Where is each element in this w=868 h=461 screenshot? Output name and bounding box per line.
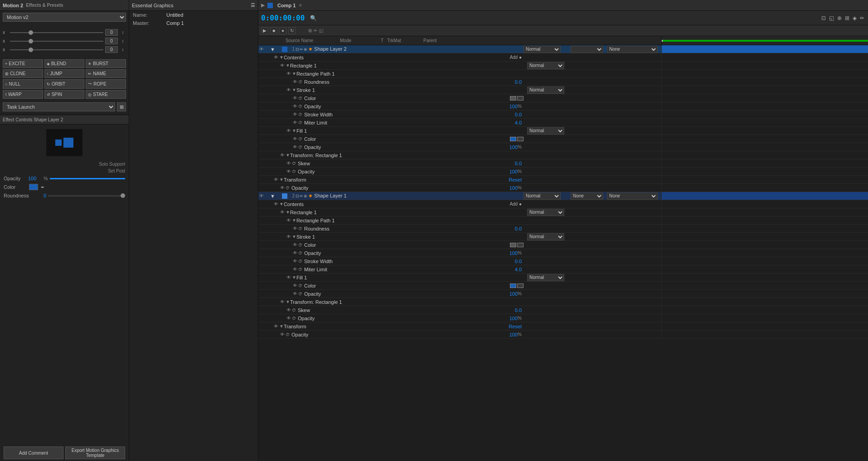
color-swatch[interactable] xyxy=(29,184,38,190)
fill-opacity-2-vis[interactable]: 👁 xyxy=(292,291,298,296)
layer-2-parent-dropdown[interactable]: None xyxy=(607,192,658,200)
miter-limit-1-value[interactable]: 4.0 xyxy=(515,120,522,125)
name-button[interactable]: ✏ NAME xyxy=(86,69,126,78)
slider-2-thumb[interactable] xyxy=(29,39,33,43)
layer-1-parent-dropdown[interactable]: None xyxy=(607,46,658,53)
roundness-2-value[interactable]: 0.0 xyxy=(515,226,522,231)
fill1-1-expand[interactable]: ▼ xyxy=(292,128,296,133)
rect1-2-expand[interactable]: ▼ xyxy=(286,210,290,215)
main-opacity-2-stopwatch[interactable]: ⏱ xyxy=(286,332,290,337)
tl-play-btn[interactable]: ▶ xyxy=(261,27,268,34)
jump-button[interactable]: ↑ JUMP xyxy=(44,69,85,78)
stroke-opacity-2-value[interactable]: 100 xyxy=(509,250,518,256)
task-icon-button[interactable]: ⊞ xyxy=(117,102,126,111)
transform-rect-opacity-2-row[interactable]: 👁 ⏱ Opacity 100 % xyxy=(258,314,868,322)
miter-limit-2-value[interactable]: 4.0 xyxy=(515,267,522,272)
stroke-width-1-row[interactable]: 👁 ⏱ Stroke Width 0.0 xyxy=(258,110,868,119)
contents-2-vis[interactable]: 👁 xyxy=(273,202,279,206)
skew-1-stopwatch[interactable]: ⏱ xyxy=(292,161,296,166)
transform-rect-opacity-1-stopwatch[interactable]: ⏱ xyxy=(292,169,296,174)
stroke-opacity-1-vis[interactable]: 👁 xyxy=(292,104,298,109)
transform-rect-opacity-1-value[interactable]: 100 xyxy=(509,169,518,174)
fill-opacity-2-stopwatch[interactable]: ⏱ xyxy=(298,292,302,296)
rectpath1-2-expand[interactable]: ▼ xyxy=(292,218,296,223)
tool-btn-1[interactable]: ⊡ xyxy=(820,14,827,22)
tool-btn-2[interactable]: ◱ xyxy=(828,14,835,22)
contents-2-row[interactable]: 👁 ▼ Contents Add ● xyxy=(258,200,868,208)
tl-icons-3[interactable]: ◱ xyxy=(319,28,323,33)
stroke1-1-vis[interactable]: 👁 xyxy=(286,87,292,92)
slider-1-thumb[interactable] xyxy=(29,30,33,35)
fill1-2-expand[interactable]: ▼ xyxy=(292,275,296,280)
roundness-2-vis[interactable]: 👁 xyxy=(292,226,298,231)
stroke-color-1-link[interactable] xyxy=(517,96,524,101)
stroke-color-1-row[interactable]: 👁 ⏱ Color xyxy=(258,94,868,102)
transform-rect-opacity-2-stopwatch[interactable]: ⏱ xyxy=(292,316,296,321)
transform-rect-opacity-2-value[interactable]: 100 xyxy=(509,316,518,321)
layer-1-icon-3[interactable]: ⊕ xyxy=(304,47,307,52)
fill-color-1-stopwatch[interactable]: ⏱ xyxy=(298,137,302,141)
tl-stop-btn[interactable]: ■ xyxy=(270,27,277,34)
tool-btn-3[interactable]: ⊕ xyxy=(836,14,843,22)
layer-2-row[interactable]: 👁 ▼ 2 ⊡ ✏ ⊕ ★ Shape Layer 1 xyxy=(258,192,868,200)
tool-btn-6[interactable]: ✏ xyxy=(859,14,865,22)
stroke-color-1-swatch[interactable] xyxy=(510,96,516,101)
tl-record-btn[interactable]: ● xyxy=(279,27,286,34)
stroke1-2-row[interactable]: 👁 ▼ Stroke 1 Normal xyxy=(258,233,868,241)
stroke-color-2-swatch[interactable] xyxy=(510,243,516,247)
tl-loop-btn[interactable]: ↻ xyxy=(288,27,296,34)
main-opacity-2-vis[interactable]: 👁 xyxy=(279,332,286,337)
main-opacity-1-value[interactable]: 100 xyxy=(509,185,518,191)
fill1-2-vis[interactable]: 👁 xyxy=(286,275,292,280)
stroke-width-2-row[interactable]: 👁 ⏱ Stroke Width 0.0 xyxy=(258,257,868,265)
roundness-2-stopwatch[interactable]: ⏱ xyxy=(298,226,302,231)
rectpath1-1-expand[interactable]: ▼ xyxy=(292,71,296,76)
layer-2-icon-vis[interactable]: ⊡ xyxy=(296,194,299,198)
main-opacity-2-value[interactable]: 100 xyxy=(509,332,518,337)
rope-button[interactable]: 〜 ROPE xyxy=(86,79,126,89)
slider-3-thumb[interactable] xyxy=(29,48,33,52)
roundness-1-row[interactable]: 👁 ⏱ Roundness 0.0 xyxy=(258,78,868,86)
roundness-value[interactable]: 0 xyxy=(37,193,46,198)
tool-btn-4[interactable]: ⊞ xyxy=(844,14,850,22)
task-launch-dropdown[interactable]: Task Launch xyxy=(3,102,115,111)
stroke-width-2-stopwatch[interactable]: ⏱ xyxy=(298,259,302,264)
orbit-button[interactable]: ↻ ORBIT xyxy=(44,79,85,89)
roundness-1-vis[interactable]: 👁 xyxy=(292,79,298,84)
transform-rect-2-expand[interactable]: ▼ xyxy=(286,299,290,304)
rect1-1-expand[interactable]: ▼ xyxy=(286,63,290,68)
transform-rect-opacity-1-row[interactable]: 👁 ⏱ Opacity 100 % xyxy=(258,168,868,176)
blend-button[interactable]: ◈ BLEND xyxy=(44,59,85,68)
rect1-2-vis[interactable]: 👁 xyxy=(279,210,286,215)
rectpath1-1-row[interactable]: 👁 ▼ Rectangle Path 1 xyxy=(258,70,868,78)
contents-2-expand[interactable]: ▼ xyxy=(279,202,284,206)
layer-2-icon-2[interactable]: ✏ xyxy=(300,194,303,198)
fill-opacity-1-row[interactable]: 👁 ⏱ Opacity 100 % xyxy=(258,143,868,151)
roundness-slider[interactable] xyxy=(48,195,125,197)
fill-color-2-row[interactable]: 👁 ⏱ Color xyxy=(258,282,868,290)
roundness-1-stopwatch[interactable]: ⏱ xyxy=(298,80,302,84)
export-motion-graphics-button[interactable]: Export Motion Graphics Template xyxy=(65,447,125,459)
rectpath1-2-row[interactable]: 👁 ▼ Rectangle Path 1 xyxy=(258,216,868,225)
fill-opacity-2-value[interactable]: 100 xyxy=(509,291,518,297)
transform-rect-1-row[interactable]: 👁 ▼ Transform: Rectangle 1 xyxy=(258,151,868,159)
transform-rect-1-expand[interactable]: ▼ xyxy=(286,153,290,158)
stroke-color-2-stopwatch[interactable]: ⏱ xyxy=(298,243,302,247)
skew-2-row[interactable]: 👁 ⏱ Skew 0.0 xyxy=(258,306,868,314)
stroke-opacity-2-row[interactable]: 👁 ⏱ Opacity 100 % xyxy=(258,249,868,257)
transform-rect-opacity-2-vis[interactable]: 👁 xyxy=(286,316,292,321)
slider-1-track[interactable] xyxy=(10,32,103,33)
stroke1-2-expand[interactable]: ▼ xyxy=(292,234,296,239)
main-opacity-1-vis[interactable]: 👁 xyxy=(279,185,286,190)
fill-opacity-2-row[interactable]: 👁 ⏱ Opacity 100 % xyxy=(258,290,868,298)
fill-opacity-1-value[interactable]: 100 xyxy=(509,144,518,150)
stroke-color-1-stopwatch[interactable]: ⏱ xyxy=(298,96,302,101)
stroke-color-2-row[interactable]: 👁 ⏱ Color xyxy=(258,241,868,249)
rect1-1-mode[interactable]: Normal xyxy=(527,62,564,69)
contents-1-expand[interactable]: ▼ xyxy=(279,55,284,60)
stroke-width-2-value[interactable]: 0.0 xyxy=(515,259,522,264)
rect1-1-vis[interactable]: 👁 xyxy=(279,63,286,68)
miter-limit-2-vis[interactable]: 👁 xyxy=(292,267,298,272)
stroke-width-2-vis[interactable]: 👁 xyxy=(292,259,298,264)
miter-limit-1-stopwatch[interactable]: ⏱ xyxy=(298,120,302,125)
